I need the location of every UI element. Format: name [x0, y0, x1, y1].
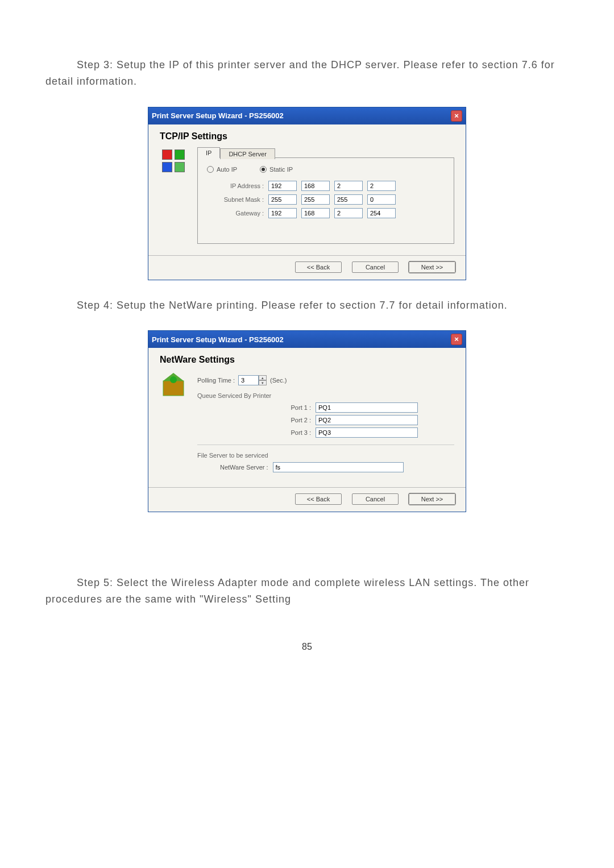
close-icon[interactable]: ×	[451, 334, 462, 345]
section-heading: NetWare Settings	[160, 355, 454, 365]
titlebar: Print Server Setup Wizard - PS256002 ×	[148, 107, 466, 124]
label-subnet: Subnet Mask :	[207, 196, 264, 203]
label-port3: Port 3 :	[283, 429, 311, 436]
back-button[interactable]: << Back	[295, 493, 342, 505]
port2-input[interactable]	[316, 415, 418, 425]
netware-icon	[160, 371, 187, 398]
tab-dhcp[interactable]: DHCP Server	[220, 148, 275, 159]
port3-input[interactable]	[316, 427, 418, 438]
netware-server-input[interactable]	[273, 462, 404, 472]
label-file-server: File Server to be serviced	[197, 452, 454, 459]
tcpip-icon	[160, 147, 187, 175]
back-button[interactable]: << Back	[295, 261, 342, 273]
cancel-button[interactable]: Cancel	[352, 493, 399, 505]
titlebar: Print Server Setup Wizard - PS256002 ×	[148, 331, 466, 348]
label-sec: (Sec.)	[270, 377, 287, 384]
gw-octet-2[interactable]	[301, 208, 330, 218]
radio-auto-ip[interactable]: Auto IP	[207, 166, 237, 173]
paragraph-step3: Step 3: Setup the IP of this printer ser…	[45, 57, 569, 90]
mask-octet-3[interactable]	[334, 194, 363, 205]
radio-static-ip[interactable]: Static IP	[260, 166, 293, 173]
label-polling-time: Polling Time :	[197, 377, 235, 384]
port1-input[interactable]	[316, 402, 418, 413]
next-button[interactable]: Next >>	[409, 493, 455, 505]
paragraph-step4: Step 4: Setup the NetWare printing. Plea…	[45, 297, 569, 314]
cancel-button[interactable]: Cancel	[352, 261, 399, 273]
ip-octet-1[interactable]	[268, 181, 297, 191]
ip-octet-3[interactable]	[334, 181, 363, 191]
label-gateway: Gateway :	[207, 210, 264, 217]
next-button[interactable]: Next >>	[409, 261, 455, 273]
close-icon[interactable]: ×	[451, 110, 462, 122]
spinner-buttons[interactable]: ▴▾	[259, 375, 267, 385]
svg-point-2	[170, 376, 177, 383]
label-queue-serviced: Queue Serviced By Printer	[197, 392, 454, 399]
gw-octet-3[interactable]	[334, 208, 363, 218]
mask-octet-4[interactable]	[367, 194, 396, 205]
label-port1: Port 1 :	[283, 404, 311, 411]
tcpip-dialog: Print Server Setup Wizard - PS256002 × T…	[148, 107, 466, 280]
tab-panel-ip: Auto IP Static IP IP Address : Subnet Ma…	[197, 157, 454, 244]
ip-octet-4[interactable]	[367, 181, 396, 191]
tab-ip[interactable]: IP	[197, 147, 220, 158]
ip-octet-2[interactable]	[301, 181, 330, 191]
label-port2: Port 2 :	[283, 417, 311, 423]
dialog-title: Print Server Setup Wizard - PS256002	[152, 111, 284, 120]
dialog-title: Print Server Setup Wizard - PS256002	[152, 335, 284, 344]
mask-octet-1[interactable]	[268, 194, 297, 205]
label-ip-address: IP Address :	[207, 182, 264, 189]
polling-time-input[interactable]	[238, 375, 259, 385]
section-heading: TCP/IP Settings	[160, 131, 454, 142]
mask-octet-2[interactable]	[301, 194, 330, 205]
netware-dialog: Print Server Setup Wizard - PS256002 × N…	[148, 330, 466, 512]
gw-octet-4[interactable]	[367, 208, 396, 218]
page-number: 85	[45, 642, 569, 652]
paragraph-step5: Step 5: Select the Wireless Adapter mode…	[45, 575, 569, 608]
gw-octet-1[interactable]	[268, 208, 297, 218]
label-netware-server: NetWare Server :	[220, 464, 268, 471]
